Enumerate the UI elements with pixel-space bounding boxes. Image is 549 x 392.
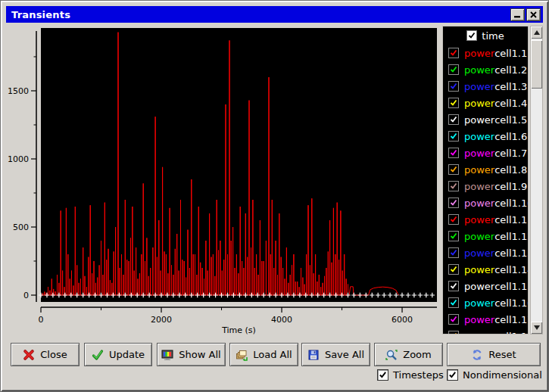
legend-item: power cell1.14: [443, 261, 528, 278]
check-icon: [468, 32, 476, 39]
legend-item: power cell1.5: [443, 111, 528, 128]
legend-item: power cell1.16: [443, 294, 528, 311]
nondimensional-label: Nondimensional: [463, 369, 542, 381]
check-icon: [450, 99, 457, 107]
close-window-button[interactable]: [526, 8, 541, 21]
minimize-button[interactable]: [510, 8, 525, 21]
legend-item: power cell1.9: [443, 178, 528, 194]
scrollbar-thumb[interactable]: [531, 40, 542, 89]
series-name[interactable]: power: [464, 148, 494, 159]
legend-item: power cell1.6: [443, 128, 528, 145]
legend-scrollbar[interactable]: [530, 26, 543, 334]
series-name[interactable]: power: [464, 131, 494, 142]
legend-item: power cell1.15: [443, 278, 528, 294]
nondimensional-checkbox[interactable]: [447, 369, 458, 381]
series-checkbox[interactable]: [448, 331, 459, 334]
series-name[interactable]: power: [464, 114, 494, 126]
series-checkbox[interactable]: [448, 48, 459, 58]
series-checkbox[interactable]: [448, 164, 459, 175]
legend-item: power cell1.1: [443, 45, 528, 61]
save-all-button[interactable]: Save All: [301, 343, 370, 366]
monitor-icon: [161, 349, 173, 361]
check-icon: [450, 116, 457, 123]
update-button[interactable]: Update: [84, 343, 152, 366]
check-icon: [450, 232, 457, 240]
legend-item: power cell1.7: [443, 145, 528, 161]
close-button[interactable]: Close: [11, 343, 80, 366]
series-name[interactable]: power: [464, 198, 494, 209]
series-name[interactable]: power: [464, 214, 494, 226]
scroll-up-button[interactable]: [531, 26, 542, 39]
series-name[interactable]: power: [464, 297, 494, 309]
series-name[interactable]: power: [464, 247, 494, 259]
show-all-button[interactable]: Show All: [157, 343, 226, 366]
close-label: Close: [40, 349, 67, 360]
time-label: time: [482, 30, 504, 42]
plot-area[interactable]: 0500100015000200040006000Time (s): [1, 1, 442, 341]
series-checkbox[interactable]: [448, 148, 459, 158]
legend-item: power cell1.13: [443, 244, 528, 261]
cell-name: cell1.12: [494, 231, 529, 242]
series-name[interactable]: power: [464, 281, 494, 292]
transients-window: Transients 0500100015000200040006000Time…: [0, 0, 549, 392]
series-name[interactable]: power: [464, 81, 494, 92]
reset-button[interactable]: Reset: [447, 343, 541, 366]
series-checkbox[interactable]: [448, 81, 459, 92]
x-tick-label: 4000: [271, 315, 292, 325]
timesteps-option: Timesteps: [377, 369, 444, 381]
x-tick-label: 6000: [391, 315, 413, 325]
series-name[interactable]: power: [464, 264, 494, 275]
series-checkbox[interactable]: [448, 231, 459, 241]
cell-name: cell1.7: [494, 148, 527, 159]
series-checkbox[interactable]: [448, 281, 459, 291]
series-checkbox[interactable]: [448, 181, 459, 191]
green-check-icon: [92, 349, 104, 361]
series-name[interactable]: power: [464, 331, 494, 335]
x-tick-label: 2000: [151, 315, 172, 325]
plot-background[interactable]: [41, 28, 437, 302]
legend-item: power cell1.11: [443, 211, 528, 228]
series-name[interactable]: power: [464, 314, 494, 325]
series-name[interactable]: power: [464, 231, 494, 242]
series-checkbox[interactable]: [448, 64, 459, 75]
legend-item: power cell1.4: [443, 95, 528, 111]
series-checkbox[interactable]: [448, 114, 459, 125]
series-checkbox[interactable]: [448, 314, 459, 325]
load-all-button[interactable]: Load All: [229, 343, 298, 366]
series-checkbox[interactable]: [448, 198, 459, 208]
check-icon: [450, 66, 457, 73]
series-name[interactable]: power: [464, 48, 494, 59]
series-checkbox[interactable]: [448, 214, 459, 225]
check-icon: [450, 299, 457, 306]
cell-name: cell1.2: [494, 64, 527, 76]
series-name[interactable]: power: [464, 98, 494, 109]
close-icon: [530, 11, 537, 18]
check-icon: [450, 216, 457, 223]
series-checkbox[interactable]: [448, 98, 459, 108]
cell-name: cell1.9: [494, 181, 527, 192]
series-name[interactable]: power: [464, 64, 494, 76]
series-checkbox[interactable]: [448, 264, 459, 275]
legend-item: power cell1.2: [443, 61, 528, 78]
check-icon: [448, 371, 457, 379]
series-checkbox[interactable]: [448, 297, 459, 308]
legend-panel: time power cell1.1 power cell1.2: [442, 26, 529, 334]
series-name[interactable]: power: [464, 181, 494, 192]
check-icon: [450, 282, 457, 290]
time-checkbox[interactable]: [466, 30, 477, 41]
y-tick-label: 1000: [8, 154, 29, 164]
scroll-down-button[interactable]: [531, 322, 542, 334]
series-name[interactable]: power: [464, 164, 494, 176]
check-icon: [450, 266, 457, 273]
check-icon: [450, 132, 457, 140]
zoom-button[interactable]: Zoom: [374, 343, 443, 366]
legend-item: power cell1.10: [443, 194, 528, 211]
series-checkbox[interactable]: [448, 247, 459, 258]
legend-item: power cell1.12: [443, 228, 528, 244]
show-all-label: Show All: [179, 349, 220, 360]
cell-name: cell1.13: [494, 247, 529, 259]
cell-name: cell1.4: [494, 98, 527, 109]
timesteps-checkbox[interactable]: [377, 369, 388, 381]
reset-label: Reset: [488, 349, 516, 360]
series-checkbox[interactable]: [448, 131, 459, 142]
